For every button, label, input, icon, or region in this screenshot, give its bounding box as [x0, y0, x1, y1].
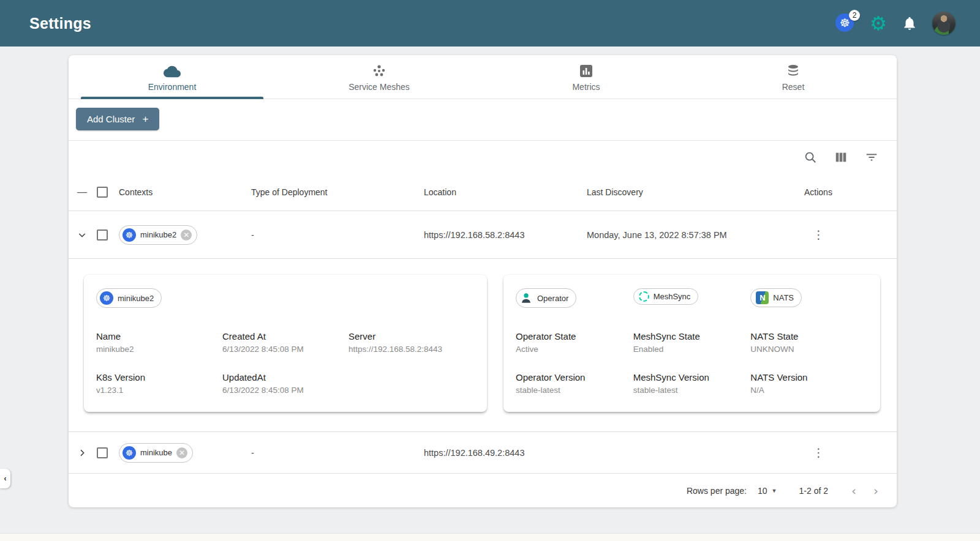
cell-type: -: [251, 448, 424, 458]
field-value: Active: [516, 345, 633, 354]
add-cluster-label: Add Cluster: [87, 114, 135, 124]
select-all-checkbox[interactable]: [97, 187, 108, 198]
field-server: Server https://192.168.58.2:8443: [349, 331, 475, 354]
tab-metrics[interactable]: Metrics: [483, 55, 690, 99]
context-chip-minikube2[interactable]: ☸ minikube2 ✕: [119, 225, 197, 245]
row-actions-menu-icon[interactable]: ⋮: [813, 446, 884, 460]
table-row: ☸ minikube ✕ - https://192.168.49.2:8443…: [69, 431, 897, 473]
collapse-row-chevron-icon[interactable]: [72, 230, 92, 240]
cell-location: https://192.168.49.2:8443: [424, 448, 587, 458]
operator-icon: [519, 291, 533, 305]
row-checkbox[interactable]: [97, 447, 108, 458]
column-header-last-discovery: Last Discovery: [587, 187, 804, 197]
field-value: v1.23.1: [96, 386, 222, 395]
settings-tabs: Environment Service Meshes: [69, 55, 897, 99]
field-value: minikube2: [96, 345, 222, 354]
chip-label: NATS: [773, 293, 794, 302]
field-meshsync-state: MeshSync State Enabled: [633, 331, 751, 354]
active-tab-indicator: [81, 97, 263, 99]
field-label: Operator State: [516, 331, 633, 341]
collapse-sidebar-button[interactable]: ‹: [0, 469, 10, 488]
context-count-badge: 2: [849, 10, 860, 21]
field-label: UpdatedAt: [222, 372, 349, 382]
field-label: MeshSync State: [633, 331, 751, 341]
database-icon: [786, 62, 801, 78]
mesh-icon: [371, 62, 387, 78]
column-header-contexts: Contexts: [119, 187, 251, 197]
kubernetes-contexts-button[interactable]: ☸ 2: [835, 13, 855, 33]
field-k8s-version: K8s Version v1.23.1: [96, 372, 222, 395]
field-value: Enabled: [633, 345, 751, 354]
cloud-icon: [164, 62, 181, 78]
remove-context-icon[interactable]: ✕: [181, 229, 192, 241]
table-pagination: Rows per page: 10 ▼ 1-2 of 2 ‹ ›: [69, 473, 897, 507]
add-cluster-button[interactable]: Add Cluster +: [76, 108, 159, 130]
rows-per-page-label: Rows per page:: [687, 486, 747, 496]
user-avatar[interactable]: [932, 12, 956, 35]
header-icons: ☸ 2 ⚙: [835, 12, 956, 35]
field-label: NATS Version: [750, 372, 868, 382]
expand-row-chevron-icon[interactable]: [72, 448, 92, 458]
column-header-location: Location: [424, 187, 587, 197]
tab-reset[interactable]: Reset: [690, 55, 897, 99]
view-columns-icon[interactable]: [834, 151, 848, 164]
meshsync-icon: [639, 291, 649, 302]
field-nats-state: NATS State UNKNOWN: [750, 331, 868, 354]
row-checkbox[interactable]: [97, 229, 108, 241]
remove-context-icon[interactable]: ✕: [176, 447, 187, 458]
context-chip-minikube[interactable]: ☸ minikube ✕: [119, 443, 193, 463]
bell-icon[interactable]: [902, 15, 918, 31]
field-value: N/A: [750, 386, 868, 395]
table-row: ☸ minikube2 ✕ - https://192.168.58.2:844…: [69, 211, 897, 258]
tab-label: Environment: [148, 82, 197, 92]
cluster-chip[interactable]: ☸ minikube2: [96, 288, 162, 308]
cell-type: -: [251, 230, 424, 240]
pagination-range: 1-2 of 2: [799, 486, 828, 496]
tab-label: Service Meshes: [349, 82, 410, 92]
chip-label: MeshSync: [654, 292, 691, 301]
gear-icon[interactable]: ⚙: [870, 14, 887, 33]
search-icon[interactable]: [804, 151, 817, 164]
chevron-down-icon: ▼: [772, 488, 777, 494]
kubernetes-icon: ☸: [123, 228, 136, 242]
field-label: Server: [349, 331, 475, 341]
row-actions-menu-icon[interactable]: ⋮: [813, 228, 884, 242]
chip-label: minikube2: [118, 294, 154, 303]
field-label: MeshSync Version: [633, 372, 751, 382]
nats-icon: N: [756, 291, 769, 304]
bar-chart-icon: [579, 62, 594, 78]
field-value: https://192.168.58.2:8443: [349, 345, 475, 354]
cell-location: https://192.168.58.2:8443: [424, 230, 587, 240]
bottom-strip: [0, 533, 980, 541]
field-value: 6/13/2022 8:45:08 PM: [222, 345, 349, 354]
kubernetes-icon: ☸: [100, 291, 113, 305]
table-header-row: — Contexts Type of Deployment Location L…: [69, 174, 897, 211]
tab-label: Metrics: [572, 82, 600, 92]
filter-icon[interactable]: [865, 151, 878, 164]
field-value: stable-latest: [516, 386, 633, 395]
tab-environment[interactable]: Environment: [69, 55, 276, 99]
collapse-all-icon[interactable]: —: [72, 187, 92, 198]
tab-service-meshes[interactable]: Service Meshes: [276, 55, 483, 99]
field-label: Operator Version: [516, 372, 633, 382]
chip-label: minikube2: [140, 230, 176, 239]
operator-chip[interactable]: Operator: [516, 288, 576, 308]
nats-chip[interactable]: N NATS: [750, 288, 802, 307]
app-header: Settings ☸ 2 ⚙: [0, 0, 980, 47]
cluster-info-card: ☸ minikube2 Name minikube2 Created At 6/…: [84, 275, 487, 412]
field-value: stable-latest: [633, 386, 751, 395]
rows-per-page-value: 10: [758, 486, 767, 496]
next-page-icon[interactable]: ›: [873, 485, 878, 497]
tab-label: Reset: [782, 82, 805, 92]
cell-last-discovery: Monday, June 13, 2022 8:57:38 PM: [587, 230, 804, 240]
field-label: K8s Version: [96, 372, 222, 382]
rows-per-page-select[interactable]: 10 ▼: [758, 486, 777, 496]
field-created-at: Created At 6/13/2022 8:45:08 PM: [222, 331, 349, 354]
cluster-details-panel: ☸ minikube2 Name minikube2 Created At 6/…: [69, 258, 897, 431]
previous-page-icon[interactable]: ‹: [851, 485, 856, 497]
field-label: Name: [96, 331, 222, 341]
field-name: Name minikube2: [96, 331, 222, 354]
field-value: 6/13/2022 8:45:08 PM: [222, 386, 349, 395]
field-label: Created At: [222, 331, 349, 341]
meshsync-chip[interactable]: MeshSync: [633, 288, 699, 305]
